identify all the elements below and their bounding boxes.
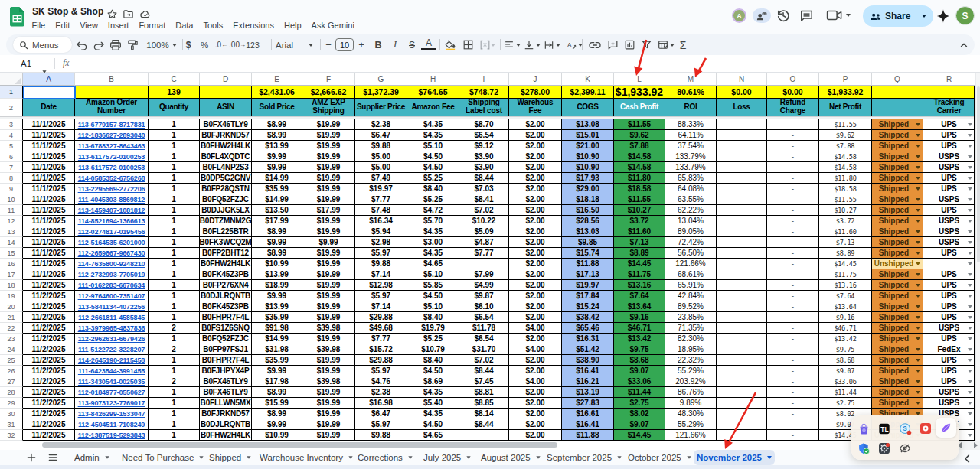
- functions-button[interactable]: Σ: [675, 34, 691, 55]
- row-header-17[interactable]: 17: [0, 269, 23, 280]
- order-link[interactable]: 114-8521694-1366613: [78, 217, 145, 225]
- cell-M31[interactable]: 55.29%: [665, 419, 717, 430]
- cell-H11[interactable]: $4.72: [407, 205, 459, 216]
- merge-caret-icon[interactable]: [488, 34, 498, 55]
- cell-H9[interactable]: $8.40: [407, 184, 459, 194]
- cell-D20[interactable]: B0FK45Z3PB: [200, 301, 252, 312]
- cell-N13[interactable]: [717, 226, 767, 237]
- cell-C4[interactable]: 1: [149, 130, 200, 141]
- sheet-tab-september-2025[interactable]: September 2025: [547, 450, 622, 465]
- cell-C1[interactable]: 139: [149, 86, 200, 99]
- cell-M26[interactable]: 55.29%: [665, 366, 717, 376]
- sheet-tab-shipped[interactable]: Shipped: [209, 450, 251, 465]
- cell-B10[interactable]: 111-4045303-8869812: [75, 194, 149, 205]
- column-header-G[interactable]: G: [355, 73, 407, 86]
- cell-C13[interactable]: 1: [149, 226, 200, 237]
- carrier-dropdown-icon[interactable]: [968, 370, 972, 373]
- redo-button[interactable]: [90, 34, 107, 55]
- cell-E26[interactable]: $9.99: [252, 366, 302, 376]
- cell-H14[interactable]: $3.00: [407, 237, 459, 248]
- column-header-K[interactable]: K: [562, 73, 614, 86]
- cell-C7[interactable]: 1: [149, 162, 200, 173]
- cell-E21[interactable]: $35.99: [252, 312, 302, 323]
- sheet-tab-active[interactable]: November 2025: [694, 450, 775, 465]
- carrier-dropdown-icon[interactable]: [968, 402, 972, 405]
- cell-J25[interactable]: $2.00: [509, 355, 562, 366]
- cell-I12[interactable]: $10.22: [459, 216, 509, 226]
- scroll-right-icon[interactable]: [974, 442, 978, 448]
- cell-C24[interactable]: 2: [149, 344, 200, 355]
- cell-O1[interactable]: $0.00: [767, 86, 819, 99]
- format-currency-button[interactable]: $: [181, 34, 196, 55]
- column-header-B[interactable]: B: [75, 73, 149, 86]
- cell-K25[interactable]: $38.90: [562, 355, 614, 366]
- status-dropdown-icon[interactable]: [916, 327, 920, 330]
- cell-L17[interactable]: $11.75: [614, 269, 665, 280]
- cell-D21[interactable]: B0FHPR7F4L: [200, 312, 252, 323]
- menu-file[interactable]: File: [27, 19, 51, 31]
- cell-O9[interactable]: -: [767, 184, 819, 194]
- cell-E7[interactable]: $9.99: [252, 162, 302, 173]
- cell-E14[interactable]: $9.99: [252, 237, 302, 248]
- order-link[interactable]: 111-4045303-8869812: [78, 196, 145, 204]
- cell-G18[interactable]: $12.98: [355, 280, 407, 291]
- cell-G19[interactable]: $5.97: [355, 291, 407, 301]
- cell-B7[interactable]: 113-6117572-0100253: [75, 162, 149, 173]
- cell-F8[interactable]: $19.99: [302, 173, 355, 184]
- cell-J30[interactable]: $2.00: [509, 409, 562, 419]
- cell-P8[interactable]: $11.80: [819, 173, 872, 184]
- cell-H7[interactable]: $4.50: [407, 162, 459, 173]
- cell-K22[interactable]: $65.46: [562, 323, 614, 334]
- column-header-E[interactable]: E: [252, 73, 302, 86]
- status-dropdown-icon[interactable]: [916, 166, 920, 169]
- menus-search-button[interactable]: Menus: [13, 37, 72, 53]
- cell-G32[interactable]: $9.88: [355, 430, 407, 441]
- cell-D4[interactable]: B0FJRKND57: [200, 130, 252, 141]
- carrier-dropdown-icon[interactable]: [968, 305, 972, 308]
- row-header-18[interactable]: 18: [0, 280, 23, 291]
- cell-N6[interactable]: [717, 151, 767, 162]
- cell-A10[interactable]: 11/1/2025: [23, 194, 75, 205]
- menu-tools[interactable]: Tools: [198, 19, 228, 31]
- cell-Q29[interactable]: Shipped: [872, 398, 923, 409]
- cell-D27[interactable]: B0FX46TLY9: [200, 376, 252, 387]
- cell-O26[interactable]: -: [767, 366, 819, 376]
- cell-P1[interactable]: $1,933.92: [819, 86, 872, 99]
- cell-H18[interactable]: $5.85: [407, 280, 459, 291]
- cell-G15[interactable]: $5.97: [355, 248, 407, 259]
- cell-K13[interactable]: $13.03: [562, 226, 614, 237]
- cell-H2[interactable]: Amazon Fee: [407, 99, 459, 116]
- status-dropdown-icon[interactable]: [916, 230, 920, 233]
- order-link[interactable]: 111-5122722-3228207: [78, 346, 145, 353]
- cell-Q28[interactable]: Shipped: [872, 387, 923, 398]
- carrier-dropdown-icon[interactable]: [968, 134, 972, 137]
- carrier-dropdown-icon[interactable]: [968, 145, 972, 148]
- cell-P15[interactable]: $8.89: [819, 248, 872, 259]
- cell-L29[interactable]: $2.75: [614, 398, 665, 409]
- order-link[interactable]: 112-5164535-6201000: [78, 239, 145, 246]
- cell-R12[interactable]: USPS: [923, 216, 975, 226]
- cell-N28[interactable]: [717, 387, 767, 398]
- column-header-N[interactable]: N: [717, 73, 767, 86]
- cell-P9[interactable]: $18.58: [819, 184, 872, 194]
- cell-E27[interactable]: $17.98: [252, 376, 302, 387]
- row-header-4[interactable]: 4: [0, 130, 23, 141]
- order-link[interactable]: 112-0184977-0550627: [78, 389, 145, 396]
- cell-H23[interactable]: $5.25: [407, 334, 459, 344]
- cell-E11[interactable]: $13.50: [252, 205, 302, 216]
- cell-C6[interactable]: 1: [149, 151, 200, 162]
- column-header-J[interactable]: J: [509, 73, 562, 86]
- row-header-16[interactable]: 16: [0, 259, 23, 269]
- cell-H12[interactable]: $5.70: [407, 216, 459, 226]
- carrier-dropdown-icon[interactable]: [968, 284, 972, 287]
- cell-F4[interactable]: $19.99: [302, 130, 355, 141]
- sheet-tab-caret-icon[interactable]: [536, 456, 540, 459]
- cell-O27[interactable]: -: [767, 376, 819, 387]
- cell-B16[interactable]: 114-7635800-9248210: [75, 259, 149, 269]
- cell-K3[interactable]: $13.08: [562, 119, 614, 130]
- cell-G11[interactable]: $7.48: [355, 205, 407, 216]
- cell-M17[interactable]: 68.61%: [665, 269, 717, 280]
- cell-B25[interactable]: 114-2645190-2115458: [75, 355, 149, 366]
- cell-M9[interactable]: 64.08%: [665, 184, 717, 194]
- menu-ask-gemini[interactable]: Ask Gemini: [306, 19, 359, 31]
